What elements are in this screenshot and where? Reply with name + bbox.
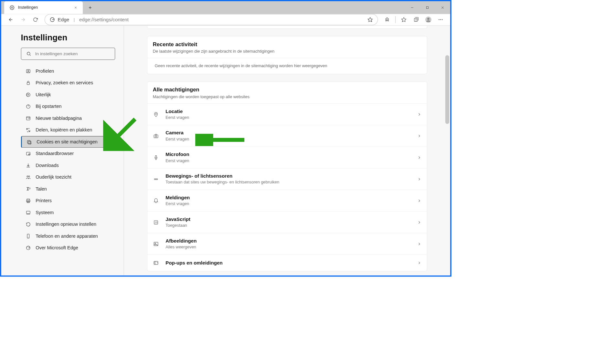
sidebar-item-phone[interactable]: Telefoon en andere apparaten [21,230,115,242]
minimize-button[interactable] [405,1,420,14]
all-permissions-card: Alle machtigingen Machtigingen die worde… [147,81,427,271]
sidebar-item-label: Bij opstarten [36,104,61,109]
sidebar-item-cookies[interactable]: Cookies en site machtigingen [21,136,115,148]
sidebar-item-languages[interactable]: 字Talen [21,183,115,195]
sidebar-item-startup[interactable]: Bij opstarten [21,101,115,112]
sidebar-item-appearance[interactable]: Uiterlijk [21,89,115,100]
sidebar-item-default-browser[interactable]: Standaardbrowser [21,148,115,160]
profile-icon[interactable] [423,14,434,25]
refresh-button[interactable] [30,14,41,25]
main-panel: Recente activiteit De laatste wijziginge… [124,26,450,277]
address-bar[interactable]: Edge | edge://settings/content [45,14,378,25]
sidebar-item-newtab[interactable]: Nieuwe tabbladpagina [21,112,115,124]
sidebar-item-phone-icon [25,233,31,239]
card-clipped [147,26,427,29]
favorite-star-icon[interactable] [367,17,373,23]
svg-rect-28 [27,211,30,214]
maximize-button[interactable] [420,1,435,14]
tab-title: Instellingen [18,5,38,10]
sidebar-item-default-browser-icon [25,151,31,157]
permission-notifications-icon [153,197,159,204]
permission-notifications[interactable]: Meldingen Eerst vragen [147,190,427,211]
recent-subtitle: De laatste wijzigingen die zijn aangebra… [153,49,421,54]
close-tab-button[interactable] [72,4,80,11]
svg-point-9 [27,52,30,55]
sidebar-item-label: Over Microsoft Edge [36,245,78,251]
svg-point-7 [440,19,441,20]
sidebar-item-profiles[interactable]: Profielen [21,65,115,77]
svg-point-5 [427,18,430,20]
svg-point-8 [442,19,443,20]
permission-javascript[interactable]: JS JavaScript Toegestaan [147,211,427,233]
svg-rect-35 [155,155,157,158]
new-tab-button[interactable] [85,2,95,13]
sidebar-item-family[interactable]: Ouderlijk toezicht [21,171,115,183]
sidebar-item-privacy[interactable]: Privacy, zoeken en services [21,77,115,89]
permission-motion-sensors[interactable]: Bewegings- of lichtsensoren Toestaan dat… [147,168,427,190]
sidebar-item-label: Instellingen opnieuw instellen [36,222,96,227]
sidebar-item-label: Printers [36,198,52,203]
permission-location[interactable]: Locatie Eerst vragen [147,103,427,125]
sidebar-item-privacy-icon [25,80,31,86]
sidebar-item-label: Delen, kopiëren en plakken [36,127,92,133]
sidebar-item-profiles-icon [25,68,31,74]
svg-point-34 [155,135,157,137]
recent-title: Recente activiteit [153,41,421,48]
chevron-right-icon [417,134,421,138]
forward-button[interactable] [17,14,29,25]
permission-title: Meldingen [165,195,190,200]
sidebar-item-label: Telefoon en andere apparaten [36,234,98,239]
svg-point-6 [439,19,440,20]
permission-motion-sensors-icon [153,176,159,182]
chevron-right-icon [417,177,421,182]
svg-rect-17 [27,140,30,143]
window: Instellingen Edge | edge://settings/cont… [0,0,451,277]
search-input[interactable] [35,51,111,56]
browser-tab[interactable]: Instellingen [4,1,83,14]
sidebar-item-downloads[interactable]: Downloads [21,160,115,171]
permission-microphone[interactable]: Microfoon Eerst vragen [147,147,427,168]
sidebar-item-reset-icon [25,222,31,227]
chevron-right-icon [417,261,421,265]
sidebar-item-reset[interactable]: Instellingen opnieuw instellen [21,218,115,230]
svg-text:字: 字 [29,187,31,190]
sidebar-item-share-icon [25,127,31,133]
sidebar-item-about[interactable]: Over Microsoft Edge [21,242,115,254]
more-menu-icon[interactable] [435,14,446,25]
svg-point-0 [11,7,13,8]
sidebar-item-startup-icon [25,104,31,109]
sidebar-item-label: Standaardbrowser [36,151,74,156]
permission-camera[interactable]: Camera Eerst vragen [147,125,427,147]
search-settings[interactable] [21,47,115,60]
sidebar-item-printers[interactable]: Printers [21,195,115,206]
sidebar-item-downloads-icon [25,162,31,168]
search-icon [26,51,32,57]
close-window-button[interactable] [435,1,450,14]
permission-images-icon [153,241,159,247]
permission-popups-icon [153,260,159,266]
chevron-right-icon [417,112,421,117]
collections-icon[interactable] [410,14,422,25]
permission-images[interactable]: Afbeeldingen Alles weergeven [147,233,427,255]
svg-rect-27 [27,202,30,203]
back-button[interactable] [5,14,16,25]
sidebar-item-label: Nieuwe tabbladpagina [36,116,82,121]
scrollbar-thumb[interactable] [445,55,449,124]
sidebar-item-family-icon [25,174,31,180]
sidebar-item-label: Downloads [36,163,58,168]
favorites-icon[interactable] [398,14,409,25]
sidebar-nav: ProfielenPrivacy, zoeken en servicesUite… [21,65,115,254]
permission-popups[interactable]: Pop-ups en omleidingen [147,255,427,271]
permission-subtitle: Eerst vragen [165,137,189,141]
sidebar-item-share[interactable]: Delen, kopiëren en plakken [21,124,115,136]
svg-point-36 [155,179,156,180]
all-perm-subtitle: Machtigingen die worden toegepast op all… [153,95,421,99]
permission-subtitle: Eerst vragen [165,158,189,163]
permission-title: Pop-ups en omleidingen [165,260,222,265]
sidebar-item-system[interactable]: Systeem [21,207,115,218]
svg-rect-33 [154,135,158,138]
extensions-icon[interactable] [381,14,393,25]
recent-empty-text: Geen recente activiteit, de recente wijz… [147,58,427,74]
recent-activity-card: Recente activiteit De laatste wijziginge… [147,36,427,74]
permission-subtitle: Eerst vragen [165,202,190,206]
